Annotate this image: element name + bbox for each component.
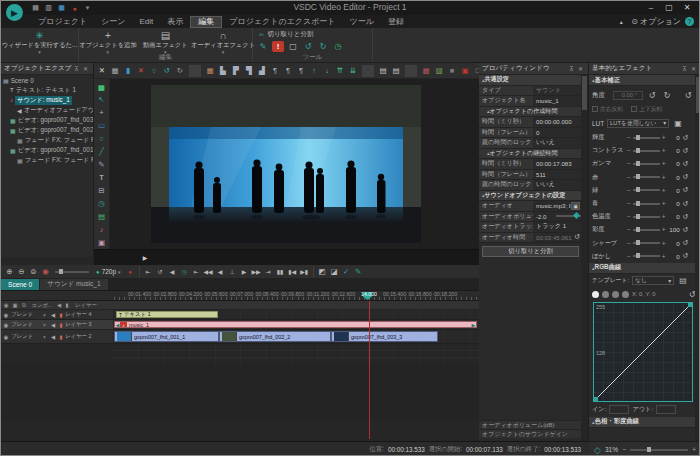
property-row[interactable]: オーディオトラック トラック 1 ▣ ↺	[479, 222, 582, 233]
rgb-curves-section[interactable]: RGB曲線	[589, 263, 700, 274]
video-tool-icon[interactable]: ▤	[96, 211, 108, 222]
tree-item[interactable]: ◀ オーディオフェードアウト: オ	[1, 105, 93, 115]
slider-reset-icon[interactable]: ↺	[683, 213, 689, 221]
rotate-ccw-icon[interactable]: ↺	[302, 41, 314, 52]
effects-zoom-slider[interactable]	[630, 449, 688, 451]
video-clip[interactable]: gopro007_fhd_002_2	[219, 331, 331, 342]
timeline-tab[interactable]: Scene 0	[1, 279, 39, 290]
effect-slider[interactable]	[633, 150, 660, 152]
align-right-icon[interactable]: ▜	[243, 65, 255, 77]
effect-slider[interactable]	[633, 137, 660, 139]
menu-item[interactable]: Edit	[133, 16, 161, 28]
slider-reset-icon[interactable]: ↺	[683, 147, 689, 155]
edit-toolbar-icon[interactable]	[189, 65, 201, 77]
align-bottom-icon[interactable]: ▟	[256, 65, 268, 77]
track-video-icon[interactable]: ▮	[57, 334, 65, 340]
zoom-diamond-icon[interactable]: ◇	[594, 445, 601, 455]
line-tool-icon[interactable]: ╱	[96, 146, 108, 157]
effect-slider[interactable]	[633, 255, 660, 257]
duration-clock-icon[interactable]: ◷	[332, 41, 344, 52]
tree-item[interactable]: ▦ ビデオ: gopro007_fhd_002_	[1, 125, 93, 135]
rotate-ccw-icon[interactable]: ↺	[646, 89, 658, 101]
redo-icon[interactable]: ↻	[174, 65, 186, 77]
fade-out-handle[interactable]: ▶	[471, 322, 476, 327]
effect-slider[interactable]	[633, 189, 660, 191]
remove-icon[interactable]: ✕	[135, 65, 147, 77]
align-center-icon[interactable]: ▛	[230, 65, 242, 77]
track-lane[interactable]: gopro007_fhd_001_1 gopro007_fhd_002_2 go…	[114, 330, 479, 343]
speaker-icon[interactable]: ◀	[167, 266, 178, 277]
property-row[interactable]: オーディオ music.mp3; ID=4 ▣ ↺	[479, 201, 582, 212]
loop-icon[interactable]: ↺	[155, 266, 166, 277]
template-select[interactable]: なし▾	[632, 276, 674, 285]
add-object-button[interactable]: + オブジェクトを追加 ▾	[79, 28, 137, 56]
curve-in-input[interactable]	[609, 405, 629, 414]
pin-icon[interactable]: ⊼	[680, 64, 689, 73]
rectangle-tool-icon[interactable]: ▭	[96, 120, 108, 131]
property-row[interactable]: 親の時間のロック いいえ ▣ ↺	[479, 180, 582, 191]
property-row[interactable]: 時間（ミリ秒） 00:00:00.000 ▣ ↺	[479, 117, 582, 128]
ellipse-tool-icon[interactable]: ○	[96, 133, 108, 144]
slider-reset-icon[interactable]: ↺	[683, 239, 689, 247]
timeline-zoom-fit-icon[interactable]: ⊜	[28, 266, 39, 277]
split-at-cursor-icon[interactable]: ◩	[317, 266, 328, 277]
tree-item[interactable]: ▦ フェード FX: フェード FX 2	[1, 155, 93, 165]
copy-properties-icon[interactable]: ▤	[377, 65, 389, 77]
property-row[interactable]: 時間（フレーム） 511 ▣ ↺	[479, 170, 582, 181]
grid-snap-icon[interactable]: ▦	[204, 65, 216, 77]
property-row[interactable]: オブジェクトの作成時間 ▣ ↺	[479, 107, 582, 118]
tree-item[interactable]: T テキスト: テキスト 1	[1, 85, 93, 95]
slider-reset-icon[interactable]: ↺	[683, 226, 689, 234]
move-up-icon[interactable]: ↑	[308, 65, 320, 77]
timeline-zoom-slider[interactable]	[55, 271, 89, 273]
effect-slider[interactable]	[633, 242, 660, 244]
text-flow-right-icon[interactable]: ¶	[295, 65, 307, 77]
reset-duration-icon[interactable]: ↺	[574, 233, 580, 241]
delete-object-icon[interactable]: ✕	[96, 65, 108, 77]
slider-reset-icon[interactable]: ↺	[683, 252, 689, 260]
timeline-tab[interactable]: サウンド music_1	[40, 279, 107, 290]
close-panel-icon[interactable]: ✕	[81, 64, 90, 73]
move-tool-icon[interactable]: +	[96, 107, 108, 118]
fill-color-icon[interactable]: ▮	[122, 65, 134, 77]
menu-item[interactable]: シーン	[94, 16, 132, 28]
send-back-icon[interactable]: ⇊	[347, 65, 359, 77]
options-button[interactable]: ⊙ オプション	[631, 16, 681, 27]
preview-canvas[interactable]	[110, 79, 479, 249]
swatch-red-icon[interactable]: ▦	[420, 65, 432, 77]
align-left-icon[interactable]: ▙	[217, 65, 229, 77]
stop-at-cursor-icon[interactable]: ⊥	[227, 266, 238, 277]
fade-in-handle[interactable]: ◀	[115, 322, 120, 327]
wizard-button[interactable]: ✳ ウィザードを実行するた... ▾	[1, 28, 78, 56]
close-button[interactable]: ✕	[679, 1, 695, 14]
preview-quality-select[interactable]: ● 720p ▾	[96, 268, 121, 275]
edit-pen-icon[interactable]: ✎	[353, 266, 364, 277]
timeline-marker-icon[interactable]: ◉	[40, 266, 51, 277]
menu-item[interactable]: ツール	[343, 16, 381, 28]
effects-scrollbar[interactable]	[695, 75, 700, 441]
tree-item[interactable]: ♪ サウンド: music_1	[1, 95, 93, 105]
ellipse-icon[interactable]: ○	[148, 65, 160, 77]
minimize-button[interactable]: –	[643, 1, 659, 14]
property-row[interactable]: 親の時間のロック いいえ ▣ ↺	[479, 138, 582, 149]
track-visibility-icon[interactable]: ◉	[1, 334, 11, 340]
fast-fwd-icon[interactable]: ▶▶	[251, 266, 262, 277]
close-panel-icon[interactable]: ✕	[689, 64, 698, 73]
property-row[interactable]: 時間（フレーム） 0 ▣ ↺	[479, 128, 582, 139]
property-row[interactable]: サウンドオブジェクトの設定 ▣ ↺	[479, 191, 582, 202]
property-row[interactable]: タイプ サウンド ▣ ↺	[479, 86, 582, 97]
timeline-ruler[interactable]: 00:01.40000:02.80000:04.20000:05.60000:0…	[1, 291, 479, 301]
tree-item[interactable]: ▦ フェード FX: フェード FX 1	[1, 135, 93, 145]
maximize-button[interactable]: ▢	[661, 1, 677, 14]
playhead-line[interactable]	[369, 301, 370, 439]
scrubber-play-icon[interactable]: ▶	[140, 252, 150, 262]
property-row[interactable]: オーディオボリューム(dB) -2.0 ▣ ↺	[479, 212, 582, 223]
audio-tool-icon[interactable]: ♪	[96, 224, 108, 235]
cursor-tool-icon[interactable]: ↖	[96, 94, 108, 105]
bottom-section-row[interactable]: オーディオボリューム(dB)	[479, 420, 582, 429]
track-visibility-icon[interactable]: ◉	[1, 322, 11, 328]
pause-icon[interactable]: ▮▮	[275, 266, 286, 277]
property-row[interactable]: オブジェクト名 music_1 ▣ ↺	[479, 96, 582, 107]
timeline-grid[interactable]	[114, 344, 479, 364]
channel-red-button[interactable]	[602, 291, 609, 298]
